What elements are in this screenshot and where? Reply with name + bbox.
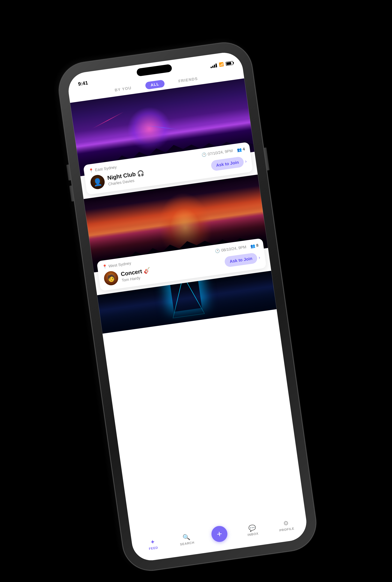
add-icon: +	[216, 528, 223, 540]
event-location-concert: 📍 West Sydney	[102, 261, 131, 269]
feed-label: FEED	[149, 546, 158, 550]
nav-item-inbox[interactable]: 💬 INBOX	[243, 523, 262, 537]
location-pin-icon: 📍	[89, 168, 94, 173]
phone-screen: 9:41 📶 BY YOU ALL FRIENDS	[66, 50, 309, 562]
clock-icon: 🕐	[201, 152, 206, 158]
event-text-concert: Concert 🎸 Tom Hardy	[120, 266, 152, 282]
chevron-right-icon-nightclub: ›	[245, 158, 247, 164]
clock-icon-2: 🕐	[215, 248, 220, 254]
avatar-nightclub	[90, 174, 106, 190]
search-label: SEARCH	[180, 540, 194, 546]
add-button[interactable]: +	[210, 525, 228, 543]
ask-join-button-concert[interactable]: Ask to Join	[224, 252, 258, 268]
host-info-concert: 🧑 Concert 🎸 Tom Hardy	[103, 266, 152, 286]
feed-icon: ✦	[150, 538, 156, 546]
event-text-nightclub: Night Club 🎧 Charles Davies	[107, 170, 145, 186]
location-pin-icon-2: 📍	[102, 264, 107, 269]
avatar-concert: 🧑	[103, 270, 119, 286]
battery-icon	[226, 61, 234, 66]
content-area: 📍 East Sydney 🕐 07/10/24, 9PM 👥	[70, 78, 305, 535]
signal-icon	[210, 63, 217, 68]
search-icon: 🔍	[182, 533, 190, 541]
people-icon-2: 👥	[250, 243, 256, 248]
tab-all[interactable]: ALL	[145, 80, 165, 90]
chevron-right-icon-concert: ›	[258, 254, 260, 260]
status-icons: 📶	[210, 60, 234, 68]
nav-item-feed[interactable]: ✦ FEED	[143, 537, 162, 551]
nav-item-search[interactable]: 🔍 SEARCH	[177, 532, 196, 546]
profile-label: PROFILE	[279, 526, 294, 532]
event-attendees-concert: 👥 8	[250, 243, 259, 248]
event-attendees-nightclub: 👥 4	[236, 146, 245, 152]
inbox-label: INBOX	[248, 532, 259, 536]
profile-icon: ⚙	[283, 519, 289, 527]
ask-join-button-nightclub[interactable]: Ask to Join	[210, 156, 244, 171]
event-time-concert: 🕐 08/10/24, 9PM	[215, 245, 247, 254]
tab-friends[interactable]: FRIENDS	[174, 74, 202, 86]
event-time-nightclub: 🕐 07/10/24, 9PM	[201, 148, 233, 158]
people-icon: 👥	[236, 147, 242, 152]
inbox-icon: 💬	[248, 524, 256, 532]
tab-by-you[interactable]: BY YOU	[111, 84, 136, 94]
status-time: 9:41	[78, 80, 88, 87]
event-location-nightclub: 📍 East Sydney	[89, 164, 117, 173]
wifi-icon: 📶	[218, 62, 224, 67]
nav-item-profile[interactable]: ⚙ PROFILE	[277, 518, 296, 532]
phone-device: 9:41 📶 BY YOU ALL FRIENDS	[56, 40, 319, 574]
